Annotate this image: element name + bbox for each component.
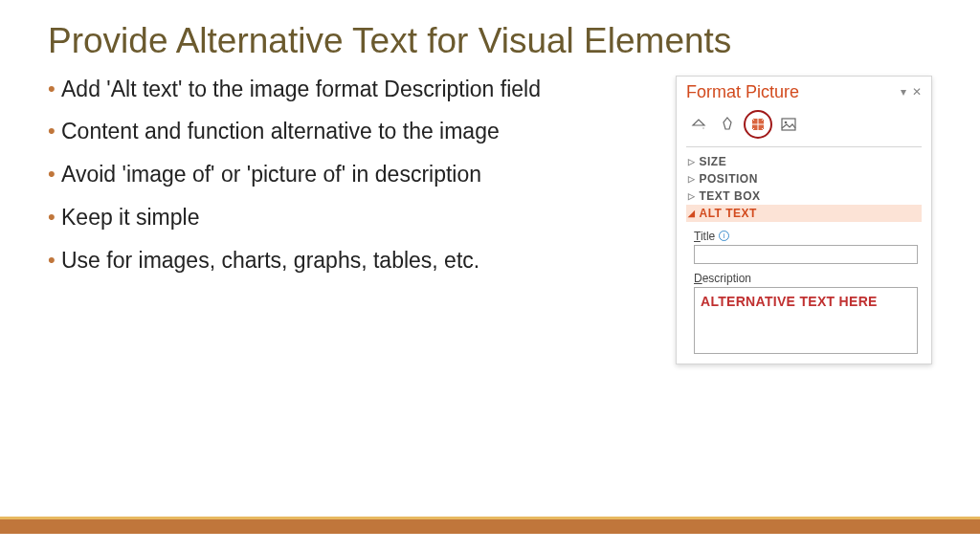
picture-icon[interactable] — [776, 112, 801, 137]
pane-title: Format Picture — [686, 82, 799, 102]
svg-marker-0 — [724, 118, 731, 129]
bullet-item: Avoid 'image of' or 'picture of' in desc… — [48, 161, 657, 188]
description-value: ALTERNATIVE TEXT HERE — [701, 294, 878, 309]
size-properties-icon[interactable] — [744, 110, 772, 139]
content-row: Add 'Alt text' to the image format Descr… — [48, 76, 932, 364]
chevron-right-icon: ▷ — [688, 191, 696, 201]
footer-bar — [0, 517, 980, 534]
title-field-label: Title i — [694, 230, 918, 243]
pane-window-controls: ▾ ✕ — [901, 85, 922, 99]
pane-icon-strip — [686, 108, 922, 147]
pane-header: Format Picture ▾ ✕ — [686, 82, 922, 102]
bullet-list: Add 'Alt text' to the image format Descr… — [48, 76, 657, 364]
close-icon[interactable]: ✕ — [912, 85, 922, 99]
section-label: POSITION — [700, 172, 758, 186]
bullet-item: Keep it simple — [48, 204, 657, 231]
info-icon[interactable]: i — [719, 231, 729, 241]
description-field-label: Description — [694, 272, 918, 285]
slide-title: Provide Alternative Text for Visual Elem… — [48, 21, 932, 62]
svg-rect-2 — [782, 119, 795, 130]
section-size[interactable]: ▷ SIZE — [686, 153, 922, 170]
bullet-item: Use for images, charts, graphs, tables, … — [48, 247, 657, 275]
format-picture-pane: Format Picture ▾ ✕ — [676, 76, 932, 364]
section-position[interactable]: ▷ POSITION — [686, 170, 922, 187]
chevron-right-icon: ▷ — [688, 174, 696, 184]
section-textbox[interactable]: ▷ TEXT BOX — [686, 187, 922, 205]
effects-icon[interactable] — [715, 112, 740, 137]
fill-icon[interactable] — [686, 112, 711, 137]
section-label: ALT TEXT — [700, 207, 757, 220]
bullet-item: Add 'Alt text' to the image format Descr… — [48, 76, 657, 103]
bullet-item: Content and function alternative to the … — [48, 118, 657, 145]
slide: Provide Alternative Text for Visual Elem… — [0, 0, 980, 551]
alttext-body: Title i Description ALTERNATIVE TEXT HER… — [686, 222, 922, 354]
chevron-down-icon: ◢ — [688, 209, 696, 218]
dropdown-icon[interactable]: ▾ — [901, 85, 906, 99]
section-alttext[interactable]: ◢ ALT TEXT — [686, 205, 922, 222]
svg-point-3 — [785, 121, 788, 123]
section-label: TEXT BOX — [700, 189, 761, 203]
chevron-right-icon: ▷ — [688, 157, 696, 166]
title-input[interactable] — [694, 245, 918, 264]
section-label: SIZE — [700, 155, 727, 168]
description-input[interactable]: ALTERNATIVE TEXT HERE — [694, 287, 918, 354]
